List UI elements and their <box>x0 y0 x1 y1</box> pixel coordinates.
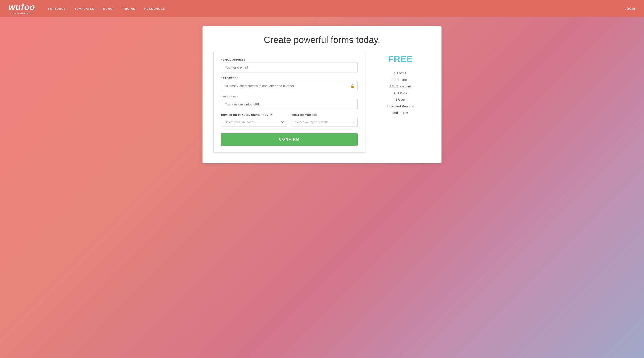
password-input[interactable] <box>221 81 358 91</box>
password-required-marker: * <box>221 77 222 79</box>
nav-resources[interactable]: RESOURCES <box>144 7 165 10</box>
registration-form: *EMAIL ADDRESS *PASSWORD 🔒 <box>213 52 366 153</box>
main-content: Create powerful forms today. *EMAIL ADDR… <box>0 17 644 358</box>
password-label: *PASSWORD <box>221 77 358 79</box>
username-field-group: *USERNAME <box>221 95 358 109</box>
page-title: Create powerful forms today. <box>213 35 431 45</box>
logo-text: wufoo <box>9 3 35 11</box>
nav-features[interactable]: FEATURES <box>48 7 66 10</box>
username-required-marker: * <box>221 95 222 98</box>
confirm-button[interactable]: CONFIRM <box>221 133 358 146</box>
feature-item: and more!! <box>378 110 422 115</box>
password-wrapper: 🔒 <box>221 81 358 91</box>
logo-subtitle: by SurveyMonkey <box>9 12 31 14</box>
username-input[interactable] <box>221 99 358 109</box>
password-field-group: *PASSWORD 🔒 <box>221 77 358 91</box>
features-list: 5 Forms 100 Entries SSL Encrypted 10 Fie… <box>378 71 422 115</box>
work-type-select[interactable]: Select your type of work <box>292 118 358 127</box>
nav-templates[interactable]: TEMPLATES <box>74 7 94 10</box>
white-card: Create powerful forms today. *EMAIL ADDR… <box>202 26 442 163</box>
dropdowns-row: HOW TO DO PLAN ON USING FORMS? Select yo… <box>221 114 358 127</box>
nav-demo[interactable]: DEMO <box>103 7 113 10</box>
email-label: *EMAIL ADDRESS <box>221 58 358 61</box>
email-field-group: *EMAIL ADDRESS <box>221 58 358 72</box>
site-header: wufoo by SurveyMonkey FEATURES TEMPLATES… <box>0 0 644 17</box>
email-required-marker: * <box>221 58 222 61</box>
feature-item: 5 Forms <box>378 71 422 76</box>
sidebar: FREE 5 Forms 100 Entries SSL Encrypted 1… <box>378 52 422 117</box>
use-cases-select[interactable]: Select your use cases <box>221 118 287 127</box>
free-badge: FREE <box>378 54 422 64</box>
main-nav: FEATURES TEMPLATES DEMO PRICING RESOURCE… <box>48 7 625 10</box>
logo: wufoo by SurveyMonkey <box>9 3 35 14</box>
login-button[interactable]: LOGIN <box>625 7 635 10</box>
username-label: *USERNAME <box>221 95 358 98</box>
feature-item: 1 User <box>378 97 422 102</box>
feature-item: SSL Encrypted <box>378 84 422 89</box>
use-cases-label: HOW TO DO PLAN ON USING FORMS? <box>221 114 287 116</box>
content-wrapper: *EMAIL ADDRESS *PASSWORD 🔒 <box>213 52 422 153</box>
work-type-label: WHAT DO YOU DO? <box>292 114 358 116</box>
use-cases-group: HOW TO DO PLAN ON USING FORMS? Select yo… <box>221 114 287 127</box>
feature-item: 100 Entries <box>378 77 422 82</box>
nav-pricing[interactable]: PRICING <box>122 7 136 10</box>
feature-item: 10 Fields <box>378 91 422 96</box>
feature-item: Unlimited Reports <box>378 104 422 109</box>
lock-icon: 🔒 <box>350 84 354 88</box>
email-input[interactable] <box>221 62 358 72</box>
work-type-group: WHAT DO YOU DO? Select your type of work <box>292 114 358 127</box>
